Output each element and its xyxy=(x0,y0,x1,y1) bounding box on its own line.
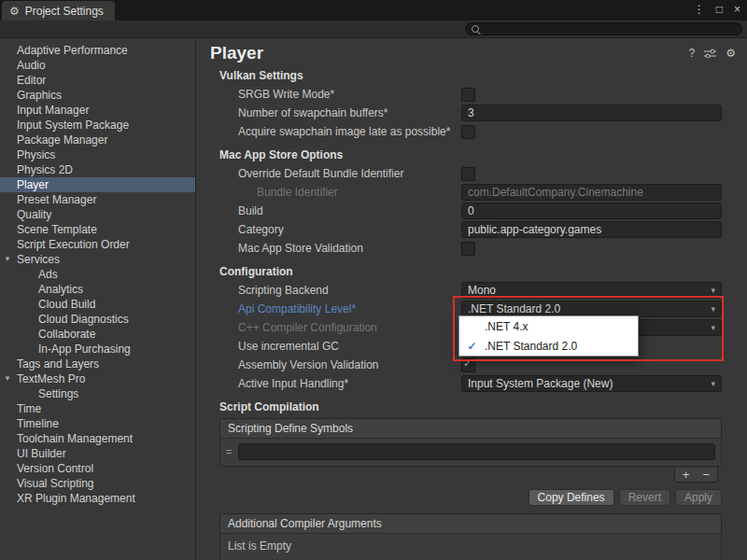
sidebar-item-audio[interactable]: Audio xyxy=(0,58,195,73)
acquire-swapchain-image-late-as-possible-checkbox[interactable] xyxy=(461,125,475,139)
api-compatibility-dropdown-popup: .NET 4.x✓.NET Standard 2.0 xyxy=(458,315,639,357)
copy-defines-button[interactable]: Copy Defines xyxy=(529,489,614,506)
bundle-identifier-field[interactable]: com.DefaultCompany.Cinemachine xyxy=(461,184,722,201)
sidebar-item-tags-and-layers[interactable]: Tags and Layers xyxy=(0,357,195,371)
add-define-button[interactable]: + xyxy=(683,468,690,482)
foldout-arrow-icon[interactable]: ▼ xyxy=(4,252,11,267)
apply-button[interactable]: Apply xyxy=(675,489,722,506)
panel-gear-icon[interactable]: ⚙ xyxy=(726,47,736,60)
sidebar-item-physics[interactable]: Physics xyxy=(0,147,195,162)
sidebar-item-label: Physics xyxy=(17,148,55,161)
sidebar-item-adaptive-performance[interactable]: Adaptive Performance xyxy=(0,43,195,58)
drag-handle-icon[interactable]: = xyxy=(226,446,232,457)
remove-define-button[interactable]: − xyxy=(702,468,710,482)
row-label: SRGB Write Mode* xyxy=(196,88,334,101)
category-field[interactable]: public.app-category.games xyxy=(461,221,722,238)
maximize-icon[interactable]: □ xyxy=(716,3,723,16)
project-settings-tab[interactable]: ⚙ Project Settings xyxy=(2,1,115,21)
list-empty-text: List is Empty xyxy=(226,539,715,555)
row-label: Use incremental GC xyxy=(196,340,339,353)
sidebar-item-analytics[interactable]: Analytics xyxy=(0,282,195,297)
sidebar-item-version-control[interactable]: Version Control xyxy=(0,461,195,476)
row-label: Api Compatibility Level* xyxy=(196,302,356,315)
active-input-handling-dropdown[interactable]: Input System Package (New)▾ xyxy=(461,375,722,392)
sidebar-item-collaborate[interactable]: Collaborate xyxy=(0,327,195,342)
titlebar: ⚙ Project Settings ⋮ □ × xyxy=(0,0,747,21)
revert-button[interactable]: Revert xyxy=(619,489,670,506)
popup-item-net-4-x[interactable]: .NET 4.x xyxy=(459,316,638,336)
header-icons: ? ⚙ xyxy=(689,47,736,60)
settings-row-active-input-handling: Active Input Handling*Input System Packa… xyxy=(196,374,747,393)
sidebar-item-ads[interactable]: Ads xyxy=(0,267,195,282)
search-box[interactable] xyxy=(465,22,742,35)
sidebar-item-xr-plugin-management[interactable]: XR Plugin Management xyxy=(0,491,195,506)
row-control: com.DefaultCompany.Cinemachine xyxy=(461,184,722,201)
sidebar-item-label: Version Control xyxy=(17,462,93,475)
sidebar-item-label: Time xyxy=(17,402,41,415)
scripting-backend-dropdown[interactable]: Mono▾ xyxy=(461,282,722,299)
srgb-write-mode-checkbox[interactable] xyxy=(461,88,475,102)
number-of-swapchain-buffers-field[interactable]: 3 xyxy=(461,105,722,121)
settings-row-acquire-swapchain-image-late-as-possible: Acquire swapchain image late as possible… xyxy=(196,122,747,141)
sidebar-item-services[interactable]: ▼Services xyxy=(0,252,195,267)
assembly-version-validation-checkbox[interactable]: ✓ xyxy=(461,358,475,372)
sidebar-item-script-execution-order[interactable]: Script Execution Order xyxy=(0,237,195,252)
define-symbol-field[interactable] xyxy=(238,443,715,460)
settings-sidebar: Adaptive PerformanceAudioEditorGraphicsI… xyxy=(0,38,196,559)
settings-row-bundle-identifier: Bundle Identifiercom.DefaultCompany.Cine… xyxy=(196,183,747,202)
sidebar-item-in-app-purchasing[interactable]: In-App Purchasing xyxy=(0,342,195,357)
chevron-down-icon: ▾ xyxy=(711,323,715,332)
sidebar-item-label: Scene Template xyxy=(17,223,97,236)
close-icon[interactable]: × xyxy=(734,3,740,16)
sidebar-item-label: Adaptive Performance xyxy=(17,44,128,57)
row-label: Bundle Identifier xyxy=(196,186,338,199)
foldout-arrow-icon[interactable]: ▼ xyxy=(4,371,11,386)
sidebar-item-package-manager[interactable]: Package Manager xyxy=(0,133,195,147)
define-symbols-actions: Copy DefinesRevertApply xyxy=(196,489,722,506)
sidebar-item-player[interactable]: Player xyxy=(0,177,195,192)
sidebar-item-label: Quality xyxy=(17,208,51,221)
row-label: Acquire swapchain image late as possible… xyxy=(196,125,450,138)
sidebar-item-graphics[interactable]: Graphics xyxy=(0,88,195,103)
sidebar-item-quality[interactable]: Quality xyxy=(0,207,195,222)
sidebar-item-ui-builder[interactable]: UI Builder xyxy=(0,446,195,461)
sidebar-item-label: Graphics xyxy=(17,89,62,102)
sidebar-item-timeline[interactable]: Timeline xyxy=(0,416,195,431)
build-field[interactable]: 0 xyxy=(461,203,722,219)
popup-item-label: .NET Standard 2.0 xyxy=(485,340,577,353)
mac-app-store-validation-checkbox[interactable] xyxy=(461,242,475,256)
row-label: Active Input Handling* xyxy=(196,377,348,390)
scripting-define-symbols-header: Scripting Define Symbols xyxy=(220,419,721,439)
sidebar-item-scene-template[interactable]: Scene Template xyxy=(0,222,195,237)
sidebar-item-physics-2d[interactable]: Physics 2D xyxy=(0,162,195,177)
sidebar-item-label: Services xyxy=(17,253,60,266)
check-icon: ✓ xyxy=(463,357,472,370)
sidebar-item-toolchain-management[interactable]: Toolchain Management xyxy=(0,431,195,446)
popup-item-net-standard-2-0[interactable]: ✓.NET Standard 2.0 xyxy=(459,336,638,356)
popup-item-label: .NET 4.x xyxy=(485,320,528,333)
settings-row-srgb-write-mode: SRGB Write Mode* xyxy=(196,85,747,104)
row-label: Category xyxy=(196,223,284,236)
sidebar-item-visual-scripting[interactable]: Visual Scripting xyxy=(0,476,195,491)
sidebar-item-label: Audio xyxy=(17,59,46,72)
sidebar-item-input-manager[interactable]: Input Manager xyxy=(0,103,195,118)
sidebar-item-label: Player xyxy=(17,178,49,191)
sidebar-item-settings[interactable]: Settings xyxy=(0,386,195,401)
sidebar-item-editor[interactable]: Editor xyxy=(0,73,195,88)
help-icon[interactable]: ? xyxy=(689,47,696,60)
sidebar-item-textmesh-pro[interactable]: ▼TextMesh Pro xyxy=(0,371,195,386)
check-icon: ✓ xyxy=(459,340,485,353)
sidebar-item-cloud-build[interactable]: Cloud Build xyxy=(0,297,195,312)
kebab-menu-icon[interactable]: ⋮ xyxy=(694,3,705,16)
override-default-bundle-identifier-checkbox[interactable] xyxy=(461,167,475,181)
sidebar-item-input-system-package[interactable]: Input System Package xyxy=(0,118,195,133)
sidebar-item-label: XR Plugin Management xyxy=(17,492,135,505)
sidebar-item-cloud-diagnostics[interactable]: Cloud Diagnostics xyxy=(0,312,195,327)
row-label: Assembly Version Validation xyxy=(196,358,379,371)
sidebar-item-preset-manager[interactable]: Preset Manager xyxy=(0,192,195,207)
search-input[interactable] xyxy=(484,23,736,35)
scripting-define-symbols-list: Scripting Define Symbols = xyxy=(219,418,722,467)
settings-row-category: Categorypublic.app-category.games xyxy=(196,220,747,239)
sidebar-item-time[interactable]: Time xyxy=(0,401,195,416)
presets-icon[interactable] xyxy=(704,49,716,58)
